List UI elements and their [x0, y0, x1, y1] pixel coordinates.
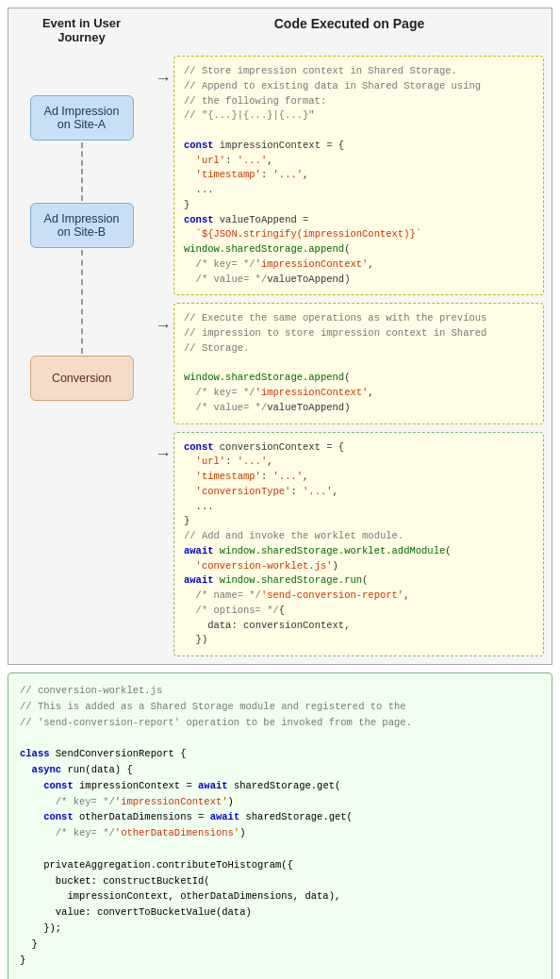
code-block-2: // Execute the same operations as with t…: [173, 303, 544, 423]
code-block-1: // Store impression context in Shared St…: [173, 56, 544, 295]
arrow-1: →: [155, 56, 172, 101]
diagram-section: Event in User Journey Code Executed on P…: [8, 8, 552, 665]
diagram-inner: Ad Impressionon Site-A Ad Impressionon S…: [8, 48, 552, 664]
event-item-2: Ad Impressionon Site-B: [30, 203, 134, 248]
event-box-ad-impression-a: Ad Impressionon Site-A: [30, 95, 134, 141]
dashed-line-1: [81, 142, 83, 201]
right-column-header: Code Executed on Page: [155, 8, 552, 48]
event-box-ad-impression-b: Ad Impressionon Site-B: [30, 203, 134, 248]
left-column-header: Event in User Journey: [8, 8, 155, 48]
header-row: Event in User Journey Code Executed on P…: [8, 8, 552, 48]
code-block-3: const conversionContext = { 'url': '...'…: [173, 432, 544, 657]
arrow-2: →: [155, 303, 172, 348]
dashed-line-2: [81, 250, 83, 354]
event-item-3: Conversion: [30, 356, 134, 401]
code-row-3: → const conversionContext = { 'url': '..…: [155, 432, 544, 657]
bottom-code-section: // conversion-worklet.js // This is adde…: [8, 672, 552, 979]
left-events-column: Ad Impressionon Site-A Ad Impressionon S…: [8, 48, 155, 664]
code-row-1: → // Store impression context in Shared …: [155, 56, 544, 295]
arrow-3: →: [155, 432, 172, 477]
event-box-conversion: Conversion: [30, 356, 134, 401]
code-row-2: → // Execute the same operations as with…: [155, 303, 544, 423]
event-item-1: Ad Impressionon Site-A: [30, 95, 134, 141]
right-codes-column: → // Store impression context in Shared …: [155, 48, 552, 664]
main-container: Event in User Journey Code Executed on P…: [0, 0, 560, 979]
